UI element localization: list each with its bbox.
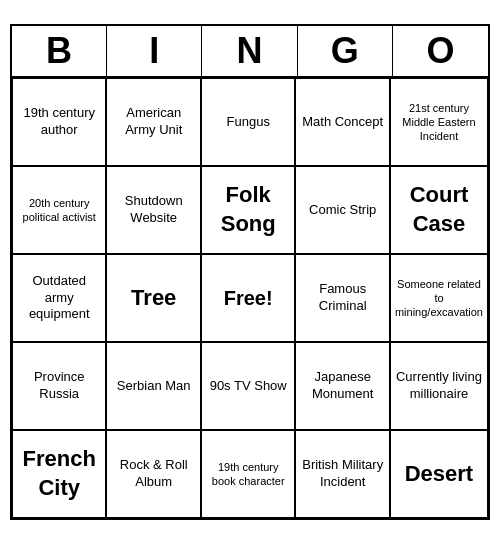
header-letter: B — [12, 26, 107, 76]
bingo-cell[interactable]: American Army Unit — [106, 78, 200, 166]
bingo-cell[interactable]: Comic Strip — [295, 166, 389, 254]
bingo-cell[interactable]: 21st century Middle Eastern Incident — [390, 78, 488, 166]
bingo-cell[interactable]: Someone related to mining/excavation — [390, 254, 488, 342]
bingo-cell[interactable]: Tree — [106, 254, 200, 342]
bingo-cell[interactable]: Fungus — [201, 78, 295, 166]
bingo-cell[interactable]: French City — [12, 430, 106, 518]
bingo-cell[interactable]: Desert — [390, 430, 488, 518]
header-letter: N — [202, 26, 297, 76]
bingo-cell[interactable]: 19th century author — [12, 78, 106, 166]
bingo-cell[interactable]: 19th century book character — [201, 430, 295, 518]
bingo-cell[interactable]: Math Concept — [295, 78, 389, 166]
bingo-card: BINGO 19th century authorAmerican Army U… — [10, 24, 490, 520]
bingo-cell[interactable]: Folk Song — [201, 166, 295, 254]
header-letter: O — [393, 26, 488, 76]
bingo-cell[interactable]: Shutdown Website — [106, 166, 200, 254]
bingo-cell[interactable]: Japanese Monument — [295, 342, 389, 430]
bingo-cell[interactable]: 20th century political activist — [12, 166, 106, 254]
bingo-header: BINGO — [12, 26, 488, 78]
bingo-cell[interactable]: Province Russia — [12, 342, 106, 430]
bingo-cell[interactable]: Court Case — [390, 166, 488, 254]
header-letter: G — [298, 26, 393, 76]
bingo-cell[interactable]: Outdated army equipment — [12, 254, 106, 342]
bingo-grid: 19th century authorAmerican Army UnitFun… — [12, 78, 488, 518]
bingo-cell[interactable]: Rock & Roll Album — [106, 430, 200, 518]
header-letter: I — [107, 26, 202, 76]
bingo-cell[interactable]: Currently living millionaire — [390, 342, 488, 430]
bingo-cell[interactable]: British Military Incident — [295, 430, 389, 518]
bingo-cell[interactable]: Serbian Man — [106, 342, 200, 430]
bingo-cell[interactable]: Free! — [201, 254, 295, 342]
bingo-cell[interactable]: Famous Criminal — [295, 254, 389, 342]
bingo-cell[interactable]: 90s TV Show — [201, 342, 295, 430]
